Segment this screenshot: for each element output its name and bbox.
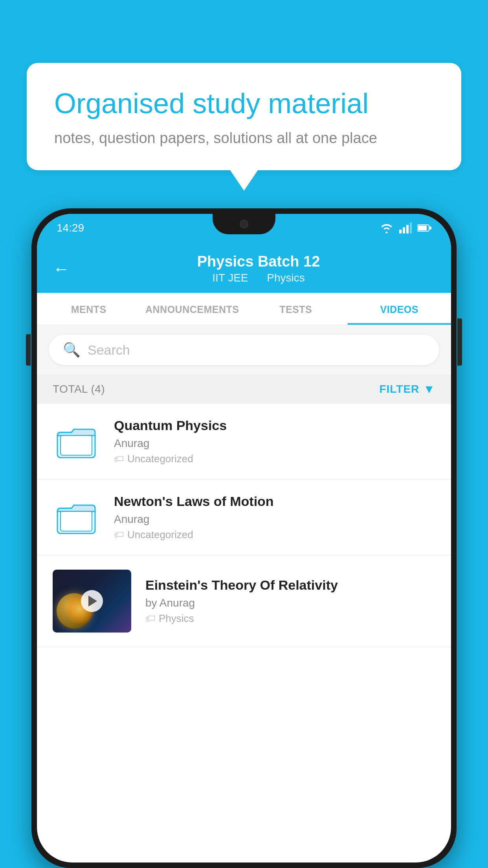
video-info-2: Newton's Laws of Motion Anurag 🏷 Uncateg… (114, 494, 435, 541)
video-info-1: Quantum Physics Anurag 🏷 Uncategorized (114, 418, 435, 465)
video-author-2: Anurag (114, 513, 435, 526)
speech-bubble-container: Organised study material notes, question… (27, 63, 461, 170)
svg-rect-2 (406, 225, 409, 234)
battery-icon (417, 224, 431, 232)
wifi-icon (380, 223, 394, 234)
folder-icon (57, 500, 96, 535)
video-title-1: Quantum Physics (114, 418, 435, 433)
video-tag-2: 🏷 Uncategorized (114, 529, 435, 541)
phone-screen: 14:29 (37, 214, 451, 862)
back-button[interactable]: ← (53, 260, 70, 278)
svg-rect-6 (429, 226, 431, 230)
folder-thumb-2 (53, 494, 100, 541)
bubble-title: Organised study material (54, 86, 434, 120)
camera-dot (240, 220, 248, 228)
filter-button[interactable]: FILTER ▼ (379, 383, 435, 396)
video-author-1: Anurag (114, 437, 435, 450)
list-item[interactable]: Einstein's Theory Of Relativity by Anura… (37, 555, 451, 647)
video-info-3: Einstein's Theory Of Relativity by Anura… (145, 577, 435, 625)
tab-tests[interactable]: TESTS (244, 293, 348, 325)
folder-thumb-1 (53, 418, 100, 465)
app-header: ← Physics Batch 12 IIT JEE Physics (37, 242, 451, 293)
play-triangle-icon (88, 596, 97, 607)
tag-icon-3: 🏷 (145, 612, 156, 625)
status-icons (380, 223, 431, 234)
list-item[interactable]: Quantum Physics Anurag 🏷 Uncategorized (37, 404, 451, 480)
video-tag-1: 🏷 Uncategorized (114, 453, 435, 465)
video-list: Quantum Physics Anurag 🏷 Uncategorized (37, 404, 451, 647)
bubble-subtitle: notes, question papers, solutions all at… (54, 130, 434, 147)
svg-rect-5 (418, 226, 427, 230)
total-count-label: TOTAL (4) (53, 383, 105, 395)
search-icon: 🔍 (63, 342, 81, 358)
status-bar: 14:29 (37, 214, 451, 242)
tag-label-3: Physics (159, 612, 194, 625)
header-tag-iitjee: IIT JEE (212, 272, 248, 284)
video-thumbnail-3 (53, 570, 131, 633)
filter-bar: TOTAL (4) FILTER ▼ (37, 375, 451, 404)
video-author-3: by Anurag (145, 597, 435, 609)
app-background: Organised study material notes, question… (0, 0, 488, 868)
notch (213, 214, 275, 234)
header-main-title: Physics Batch 12 (82, 253, 435, 270)
folder-icon (57, 424, 96, 459)
status-time: 14:29 (57, 222, 84, 234)
header-title-block: Physics Batch 12 IIT JEE Physics (82, 253, 435, 284)
header-subtitle: IIT JEE Physics (82, 272, 435, 284)
tab-ments[interactable]: MENTS (37, 293, 141, 325)
search-container: 🔍 Search (37, 325, 451, 375)
video-title-3: Einstein's Theory Of Relativity (145, 577, 435, 593)
filter-label: FILTER (379, 383, 419, 395)
tag-label-1: Uncategorized (127, 453, 193, 465)
svg-rect-0 (399, 230, 402, 234)
svg-rect-1 (403, 227, 405, 234)
tabs-bar: MENTS ANNOUNCEMENTS TESTS VIDEOS (37, 293, 451, 325)
svg-rect-8 (61, 436, 92, 455)
video-tag-3: 🏷 Physics (145, 612, 435, 625)
play-button[interactable] (81, 590, 103, 612)
tab-videos[interactable]: VIDEOS (348, 293, 451, 325)
svg-rect-3 (410, 223, 412, 234)
tab-announcements[interactable]: ANNOUNCEMENTS (141, 293, 244, 325)
phone-outer: 14:29 (31, 208, 457, 868)
search-bar[interactable]: 🔍 Search (49, 335, 439, 365)
list-item[interactable]: Newton's Laws of Motion Anurag 🏷 Uncateg… (37, 480, 451, 555)
tag-icon-2: 🏷 (114, 529, 124, 541)
phone-container: 14:29 (31, 208, 457, 868)
svg-rect-10 (61, 511, 92, 531)
tag-icon-1: 🏷 (114, 453, 124, 465)
video-title-2: Newton's Laws of Motion (114, 494, 435, 509)
search-placeholder: Search (88, 342, 130, 358)
header-tag-physics: Physics (267, 272, 305, 284)
speech-bubble: Organised study material notes, question… (27, 63, 461, 170)
tag-label-2: Uncategorized (127, 529, 193, 541)
filter-funnel-icon: ▼ (423, 383, 435, 396)
signal-icon (399, 223, 412, 234)
